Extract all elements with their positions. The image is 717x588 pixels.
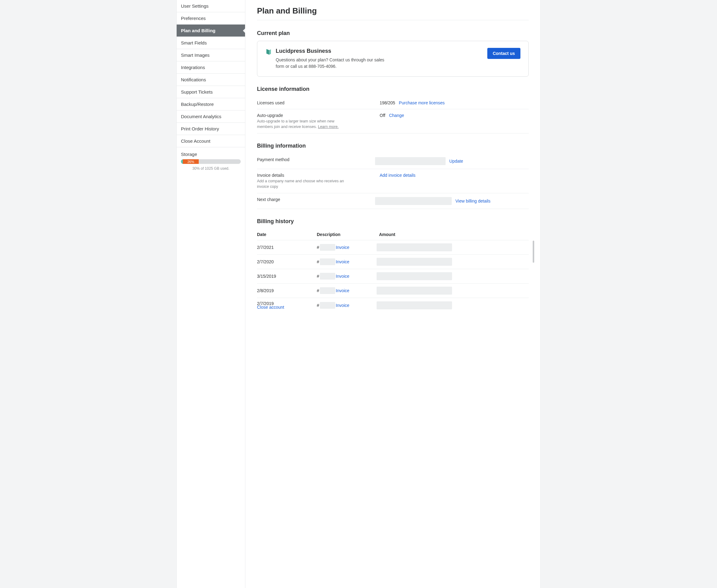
invoice-link[interactable]: Invoice	[336, 274, 349, 279]
contact-us-button[interactable]: Contact us	[487, 48, 520, 59]
auto-upgrade-label: Auto-upgrade	[257, 113, 380, 118]
section-title-billing-history: Billing history	[257, 218, 529, 225]
section-title-current-plan: Current plan	[257, 30, 529, 37]
invoice-link[interactable]: Invoice	[336, 245, 349, 250]
invoice-link[interactable]: Invoice	[336, 303, 349, 308]
licenses-used-value: 198/205	[380, 100, 395, 105]
cell-description: # Invoice	[317, 302, 376, 309]
sidebar: User Settings Preferences Plan and Billi…	[176, 0, 245, 588]
next-charge-redacted	[375, 197, 452, 205]
sidebar-item-backup-restore[interactable]: Backup/Restore	[177, 98, 245, 110]
sidebar-item-label: Print Order History	[181, 126, 219, 131]
billing-history-table: Date Description Amount 2/7/2021 # Invoi…	[257, 229, 529, 313]
cell-date: 2/7/2020	[257, 259, 317, 264]
sidebar-item-label: Close Account	[181, 139, 210, 144]
sidebar-item-notifications[interactable]: Notifications	[177, 74, 245, 86]
sidebar-item-document-analytics[interactable]: Document Analytics	[177, 110, 245, 123]
invoice-hash: #	[317, 245, 319, 250]
lucidpress-logo-icon	[265, 48, 272, 55]
invoice-hash: #	[317, 288, 319, 293]
sidebar-item-label: Preferences	[181, 16, 206, 21]
sidebar-item-support-tickets[interactable]: Support Tickets	[177, 86, 245, 98]
sidebar-item-user-settings[interactable]: User Settings	[177, 0, 245, 12]
invoice-number-redacted	[320, 302, 335, 309]
storage-segment-orange: 26%	[183, 159, 199, 164]
sidebar-item-label: Document Analytics	[181, 114, 221, 119]
sidebar-item-smart-images[interactable]: Smart Images	[177, 49, 245, 61]
sidebar-item-plan-and-billing[interactable]: Plan and Billing	[177, 24, 245, 37]
cell-description: # Invoice	[317, 287, 376, 294]
plan-card: Lucidpress Business Questions about your…	[257, 41, 529, 77]
invoice-details-label: Invoice details	[257, 173, 380, 178]
sidebar-item-label: Smart Images	[181, 52, 210, 58]
row-next-charge: Next charge View billing details	[257, 193, 529, 209]
invoice-number-redacted	[320, 273, 335, 279]
table-row: 2/7/2021 # Invoice	[257, 240, 529, 255]
invoice-link[interactable]: Invoice	[336, 259, 349, 264]
table-row: 2/7/2020 # Invoice	[257, 255, 529, 269]
amount-redacted	[376, 258, 452, 266]
close-account-link[interactable]: Close account	[257, 305, 317, 310]
col-header-date: Date	[257, 232, 317, 237]
auto-upgrade-sublabel: Auto-upgrade to a larger team size when …	[257, 119, 349, 129]
scrollbar-thumb[interactable]	[533, 240, 534, 263]
sidebar-item-label: Support Tickets	[181, 89, 213, 94]
payment-method-label: Payment method	[257, 157, 375, 162]
amount-redacted	[376, 287, 452, 295]
row-licenses-used: Licenses used 198/205 Purchase more lice…	[257, 97, 529, 109]
cell-date: 2/7/2019 Close account	[257, 301, 317, 310]
storage-progress-bar: 26%	[181, 159, 241, 164]
invoice-hash: #	[317, 259, 319, 264]
storage-block: Storage 26% 30% of 1025 GB used.	[177, 147, 245, 175]
invoice-number-redacted	[320, 287, 335, 294]
sidebar-item-close-account[interactable]: Close Account	[177, 135, 245, 147]
storage-caption: 30% of 1025 GB used.	[181, 166, 241, 171]
cell-description: # Invoice	[317, 273, 376, 279]
storage-title: Storage	[181, 152, 241, 157]
invoice-link[interactable]: Invoice	[336, 288, 349, 293]
main-content: Plan and Billing Current plan Lucidpress…	[245, 0, 541, 588]
sidebar-item-integrations[interactable]: Integrations	[177, 61, 245, 74]
cell-date: 3/15/2019	[257, 274, 317, 279]
sidebar-item-label: Backup/Restore	[181, 102, 214, 107]
sidebar-item-preferences[interactable]: Preferences	[177, 12, 245, 24]
storage-percent-label: 26%	[188, 160, 194, 164]
plan-description: Questions about your plan? Contact us th…	[276, 57, 392, 70]
cell-date: 2/8/2019	[257, 288, 317, 293]
amount-redacted	[376, 301, 452, 309]
table-header: Date Description Amount	[257, 229, 529, 240]
invoice-details-sublabel: Add a company name and choose who receiv…	[257, 178, 349, 189]
table-row: 2/7/2019 Close account # Invoice	[257, 298, 529, 313]
sidebar-item-smart-fields[interactable]: Smart Fields	[177, 37, 245, 49]
auto-upgrade-value: Off	[380, 113, 385, 118]
cell-description: # Invoice	[317, 244, 376, 251]
col-header-amount: Amount	[376, 232, 529, 237]
table-row: 2/8/2019 # Invoice	[257, 284, 529, 298]
invoice-hash: #	[317, 274, 319, 279]
plan-name: Lucidpress Business	[276, 48, 392, 54]
table-row: 3/15/2019 # Invoice	[257, 269, 529, 284]
sidebar-item-print-order-history[interactable]: Print Order History	[177, 123, 245, 135]
sidebar-item-label: Smart Fields	[181, 40, 207, 45]
section-title-license-info: License information	[257, 86, 529, 92]
next-charge-label: Next charge	[257, 197, 375, 202]
change-auto-upgrade-link[interactable]: Change	[389, 113, 404, 118]
invoice-number-redacted	[320, 244, 335, 251]
sidebar-item-label: User Settings	[181, 3, 209, 8]
cell-description: # Invoice	[317, 258, 376, 265]
sidebar-item-label: Notifications	[181, 77, 206, 82]
purchase-more-licenses-link[interactable]: Purchase more licenses	[399, 100, 445, 105]
page-title: Plan and Billing	[257, 6, 529, 20]
amount-redacted	[376, 244, 452, 251]
amount-redacted	[376, 272, 452, 280]
sidebar-item-label: Plan and Billing	[181, 28, 216, 33]
add-invoice-details-link[interactable]: Add invoice details	[380, 173, 415, 178]
learn-more-link[interactable]: Learn more.	[318, 125, 339, 129]
section-title-billing-info: Billing information	[257, 143, 529, 149]
row-payment-method: Payment method Update	[257, 153, 529, 169]
row-invoice-details: Invoice details Add a company name and c…	[257, 169, 529, 193]
update-payment-link[interactable]: Update	[449, 159, 463, 164]
view-billing-details-link[interactable]: View billing details	[455, 198, 491, 204]
licenses-used-label: Licenses used	[257, 100, 380, 105]
invoice-number-redacted	[320, 258, 335, 265]
